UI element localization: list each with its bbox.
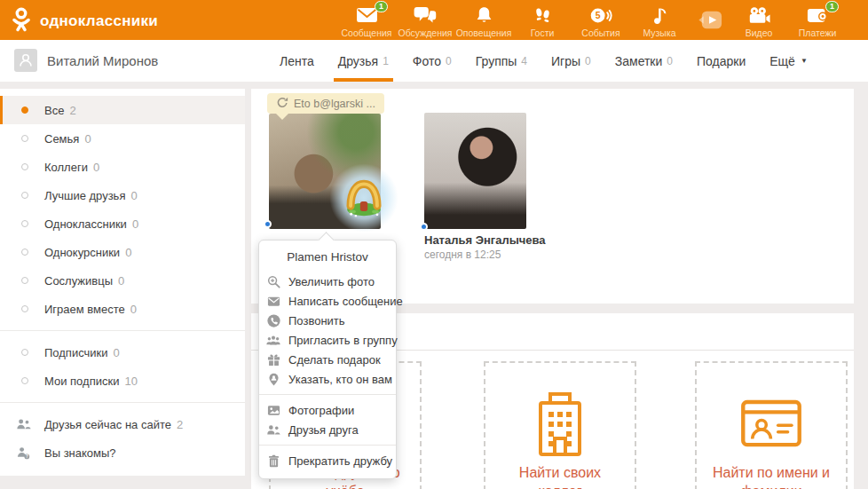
sidebar-item-play-together[interactable]: Играем вместе0 bbox=[0, 295, 245, 323]
online-indicator bbox=[420, 223, 428, 231]
tab-more[interactable]: Ещё▼ bbox=[769, 40, 808, 82]
sidebar-item-coworkers[interactable]: Сослуживцы0 bbox=[0, 266, 245, 295]
topnav-label: Платежи bbox=[799, 28, 837, 38]
filter-bullet-icon bbox=[21, 163, 28, 170]
topnav-video[interactable]: Видео bbox=[730, 0, 788, 40]
events-count-icon: 5 bbox=[589, 5, 612, 25]
ok-friends-page: одноклассники 1 Сообщения Обсуждения bbox=[0, 0, 868, 489]
phone-icon bbox=[266, 313, 280, 327]
topnav-notifications[interactable]: Оповещения bbox=[454, 0, 513, 40]
home-logo[interactable]: одноклассники bbox=[9, 6, 158, 36]
friend-photo[interactable] bbox=[424, 113, 526, 229]
profile-tabs: Лента Друзья1 Фото0 Группы4 Игры0 Заметк… bbox=[280, 40, 808, 82]
svg-text:5: 5 bbox=[596, 10, 601, 20]
filter-bullet-icon bbox=[21, 377, 28, 384]
friend-status-bubble[interactable]: Eto b@lgarski ... bbox=[267, 93, 384, 114]
gift-icon bbox=[266, 352, 280, 367]
gift-award-icon[interactable] bbox=[329, 163, 398, 233]
play-promo-icon bbox=[695, 11, 724, 30]
ok-logo-icon bbox=[9, 6, 34, 36]
friends-online-icon bbox=[15, 418, 31, 430]
sidebar-item-do-you-know[interactable]: ? Вы знакомы? bbox=[0, 438, 245, 467]
topnav-label: Сообщения bbox=[342, 28, 392, 38]
footprints-icon bbox=[533, 5, 552, 25]
menu-item-call[interactable]: Позвонить bbox=[259, 311, 396, 330]
user-bar: Виталий Миронов Лента Друзья1 Фото0 Груп… bbox=[0, 40, 868, 82]
tab-gifts[interactable]: Подарки bbox=[697, 40, 746, 82]
chat-bubbles-icon bbox=[414, 5, 437, 25]
friend-last-seen: сегодня в 12:25 bbox=[424, 248, 501, 261]
sidebar-item-friends-online[interactable]: Друзья сейчас на сайте2 bbox=[0, 410, 245, 438]
avatar[interactable] bbox=[14, 49, 37, 72]
reply-arrow-icon bbox=[276, 97, 288, 111]
sidebar-item-best-friends[interactable]: Лучшие друзья0 bbox=[0, 181, 245, 209]
context-menu-title: Plamen Hristov bbox=[259, 247, 396, 272]
trash-icon bbox=[266, 454, 280, 468]
find-colleagues-box[interactable]: Найти своих коллег bbox=[484, 361, 636, 489]
tab-photos[interactable]: Фото0 bbox=[413, 40, 452, 82]
sidebar-item-classmates[interactable]: Одноклассники0 bbox=[0, 209, 245, 238]
menu-item-friends-of-friend[interactable]: Друзья друга bbox=[259, 420, 396, 439]
menu-item-photos[interactable]: Фотографии bbox=[259, 400, 396, 420]
tab-groups[interactable]: Группы4 bbox=[476, 40, 527, 82]
messages-badge: 1 bbox=[375, 1, 388, 12]
person-question-icon: ? bbox=[15, 446, 31, 460]
filter-bullet-icon bbox=[21, 106, 28, 114]
top-bar: одноклассники 1 Сообщения Обсуждения bbox=[0, 0, 868, 40]
filter-bullet-icon bbox=[21, 277, 28, 284]
topnav-payments[interactable]: 1 Платежи bbox=[788, 0, 847, 40]
menu-item-zoom-photo[interactable]: Увеличить фото bbox=[259, 272, 396, 291]
tab-friends[interactable]: Друзья1 bbox=[338, 40, 389, 82]
filter-bullet-icon bbox=[21, 305, 28, 312]
filter-bullet-icon bbox=[21, 349, 28, 356]
topnav-events[interactable]: 5 События bbox=[572, 0, 630, 40]
menu-item-write-message[interactable]: Написать сообщение bbox=[259, 291, 396, 311]
bell-icon bbox=[475, 5, 493, 25]
menu-item-set-relation[interactable]: Указать, кто он вам bbox=[259, 369, 396, 389]
online-indicator bbox=[264, 220, 272, 228]
topnav-live-video[interactable] bbox=[689, 0, 730, 40]
topnav-label: Гости bbox=[531, 28, 555, 38]
sidebar-item-subscribers[interactable]: Подписчики0 bbox=[0, 338, 245, 367]
menu-item-invite-to-group[interactable]: Пригласить в группу bbox=[259, 330, 396, 350]
topnav-label: Музыка bbox=[643, 28, 675, 38]
menu-item-end-friendship[interactable]: Прекратить дружбу bbox=[259, 451, 396, 470]
find-box-label: Найти своих коллег bbox=[519, 463, 601, 489]
building-icon bbox=[535, 389, 585, 458]
sidebar-item-my-subscriptions[interactable]: Мои подписки10 bbox=[0, 367, 245, 395]
divider bbox=[0, 330, 245, 331]
topnav-guests[interactable]: Гости bbox=[513, 0, 572, 40]
tab-feed[interactable]: Лента bbox=[280, 40, 314, 82]
chevron-down-icon: ▼ bbox=[801, 57, 808, 65]
sidebar-item-colleagues[interactable]: Коллеги0 bbox=[0, 153, 245, 181]
topnav-label: Видео bbox=[746, 28, 773, 38]
tab-games[interactable]: Игры0 bbox=[551, 40, 591, 82]
find-by-name-box[interactable]: Найти по имени и фамилии bbox=[695, 361, 848, 489]
person-pin-icon bbox=[266, 372, 280, 386]
filter-bullet-icon bbox=[21, 192, 28, 199]
filter-bullet-icon bbox=[21, 135, 28, 142]
topnav-discussions[interactable]: Обсуждения bbox=[396, 0, 454, 40]
payments-badge: 1 bbox=[825, 1, 839, 12]
topnav-label: Оповещения bbox=[456, 28, 512, 38]
divider bbox=[259, 445, 396, 446]
divider bbox=[259, 394, 396, 395]
sidebar-item-all[interactable]: Все2 bbox=[0, 96, 245, 124]
tab-notes[interactable]: Заметки0 bbox=[615, 40, 673, 82]
friend-context-menu: Plamen Hristov Увеличить фото Написать с… bbox=[258, 240, 397, 479]
filter-bullet-icon bbox=[21, 220, 28, 227]
sidebar-item-fellow-students[interactable]: Однокурсники0 bbox=[0, 238, 245, 266]
topnav-messages[interactable]: 1 Сообщения bbox=[337, 0, 396, 40]
divider bbox=[0, 402, 245, 403]
filter-bullet-icon bbox=[21, 248, 28, 256]
friends-filter-sidebar: Все2 Семья0 Коллеги0 Лучшие друзья0 Одно… bbox=[0, 89, 245, 476]
topnav-music[interactable]: Музыка bbox=[630, 0, 689, 40]
photo-icon bbox=[266, 403, 280, 417]
music-note-icon bbox=[652, 5, 667, 25]
svg-text:?: ? bbox=[26, 454, 28, 459]
brand-title: одноклассники bbox=[40, 12, 158, 30]
sidebar-item-family[interactable]: Семья0 bbox=[0, 124, 245, 153]
user-name[interactable]: Виталий Миронов bbox=[47, 53, 158, 68]
menu-item-make-gift[interactable]: Сделать подарок bbox=[259, 350, 396, 369]
friend-name[interactable]: Наталья Энгалычева bbox=[424, 233, 546, 247]
